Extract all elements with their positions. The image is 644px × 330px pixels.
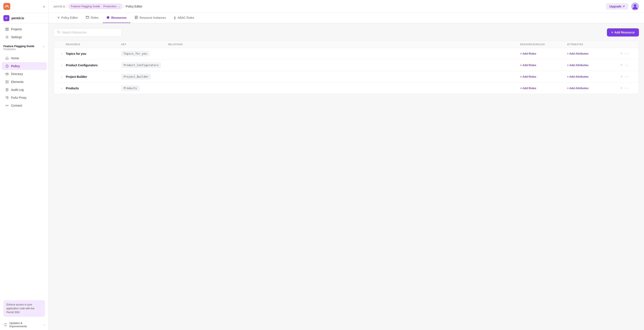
sidebar-item-foaz-proxy[interactable]: FoAz Proxy [2, 94, 47, 102]
header-attributes: ATTRIBUTES [567, 43, 620, 46]
add-roles-button-products[interactable]: + Add Roles [520, 86, 536, 90]
connect-icon [5, 104, 9, 108]
table-row: › Topics for you Topics_for_you + Add Ro… [54, 48, 639, 60]
add-roles-button-topics[interactable]: + Add Roles [520, 52, 536, 55]
svg-point-7 [6, 74, 6, 74]
roles-cell-project-builder: + Add Roles [520, 75, 567, 78]
tab-resources[interactable]: Resources [103, 13, 130, 23]
key-cell-products: Products [121, 86, 168, 91]
feature-guide-env: Production [4, 48, 34, 51]
breadcrumb: permit.io / Feature Flagging Guide : Pro… [54, 4, 142, 9]
policy-editor-icon: ≡ [58, 16, 60, 20]
tab-resource-instances[interactable]: Resource Instances [131, 13, 170, 23]
sdk-promo-banner: Enforce access in your application code … [4, 300, 45, 317]
gear-icon [5, 35, 9, 39]
breadcrumb-colon: : [101, 5, 102, 8]
sidebar-item-home[interactable]: Home [2, 54, 47, 62]
sidebar-item-directory-label: Directory [11, 72, 23, 76]
sidebar-item-policy[interactable]: Policy [2, 62, 47, 70]
sidebar: « P permit.io Projects Settings Feature … [0, 0, 48, 330]
tab-policy-editor-label: Policy Editor [61, 16, 78, 20]
home-icon [5, 56, 9, 60]
sidebar-item-settings-label: Settings [11, 36, 22, 39]
row-plus-button-products[interactable]: + [620, 86, 623, 90]
sidebar-item-audit-log[interactable]: Audit Log [2, 86, 47, 94]
svg-point-10 [6, 82, 7, 83]
upgrade-button[interactable]: Upgrade ↗ [606, 3, 628, 10]
tab-policy-editor[interactable]: ≡ Policy Editor [54, 13, 82, 23]
plus-icon: + [611, 30, 613, 34]
key-cell-project-builder: Project_Builder [121, 74, 168, 79]
resource-name-topics: Topics for you [66, 52, 121, 56]
search-box[interactable] [54, 28, 122, 36]
row-more-button-project-builder[interactable]: ··· [625, 74, 629, 79]
breadcrumb-project-env[interactable]: Feature Flagging Guide : Production ⌄ [68, 4, 122, 9]
table-row: › Product Configurators Product_Configur… [54, 60, 639, 71]
header-resource-roles: RESOURCE#ROLES [520, 43, 567, 46]
avatar[interactable] [631, 2, 639, 10]
updates-icon [4, 323, 7, 326]
svg-point-14 [8, 105, 8, 106]
row-actions-topics: + ··· [620, 52, 635, 56]
svg-point-9 [8, 80, 8, 82]
svg-rect-4 [7, 30, 8, 31]
row-plus-button-project-builder[interactable]: + [620, 74, 623, 79]
row-more-button-topics[interactable]: ··· [625, 52, 629, 56]
resources-table: RESOURCE KEY RELATIONS RESOURCE#ROLES AT… [54, 41, 639, 94]
grid-icon [5, 27, 9, 31]
breadcrumb-current-page: Policy Editor [126, 5, 142, 8]
add-attributes-button-configurators[interactable]: + Add Attributes [567, 64, 588, 67]
feature-guide-header: Feature Flagging Guide Production ⌃ [0, 43, 48, 52]
add-roles-button-project-builder[interactable]: + Add Roles [520, 75, 536, 78]
expand-button-topics[interactable]: › [57, 52, 66, 56]
workspace-item[interactable]: P permit.io [0, 13, 48, 24]
breadcrumb-sep-2: / [124, 5, 124, 8]
add-attributes-button-topics[interactable]: + Add Attributes [567, 52, 588, 55]
tab-abac-rules[interactable]: Σ ABAC Rules [170, 13, 198, 23]
sidebar-item-directory[interactable]: Directory [2, 70, 47, 78]
tab-abac-rules-label: ABAC Rules [178, 16, 194, 20]
expand-button-products[interactable]: › [57, 86, 66, 90]
sidebar-item-connect[interactable]: Connect [2, 102, 47, 109]
toolbar: + Add Resource [54, 28, 639, 36]
add-resource-button[interactable]: + Add Resource [607, 28, 639, 36]
roles-cell-products: + Add Roles [520, 86, 567, 90]
updates-left: Updates & Improvements [4, 322, 27, 328]
row-plus-button-configurators[interactable]: + [620, 63, 623, 67]
add-roles-button-configurators[interactable]: + Add Roles [520, 64, 536, 67]
expand-button-configurators[interactable]: › [57, 64, 66, 67]
updates-label: Updates & Improvements [10, 322, 27, 328]
row-more-button-products[interactable]: ··· [625, 86, 629, 90]
roles-icon [86, 16, 89, 20]
sidebar-item-elements-label: Elements [11, 80, 24, 84]
add-attributes-button-products[interactable]: + Add Attributes [567, 86, 588, 90]
sidebar-item-connect-label: Connect [11, 104, 22, 107]
sidebar-item-settings[interactable]: Settings [2, 33, 47, 41]
sidebar-item-elements[interactable]: Elements [2, 78, 47, 86]
add-attributes-button-project-builder[interactable]: + Add Attributes [567, 75, 588, 78]
audit-icon [5, 88, 9, 92]
breadcrumb-org[interactable]: permit.io [54, 5, 65, 8]
tab-roles[interactable]: Roles [82, 13, 102, 23]
attributes-cell-project-builder: + Add Attributes [567, 75, 620, 78]
content-area: + Add Resource RESOURCE KEY RELATIONS RE… [48, 23, 644, 330]
expand-button-project-builder[interactable]: › [57, 75, 66, 78]
sidebar-collapse-button[interactable]: « [43, 4, 45, 9]
key-cell-configurators: Product_Configurators [121, 62, 168, 68]
chevron-down-icon: ⌄ [118, 5, 120, 8]
feature-guide-info: Feature Flagging Guide Production [4, 44, 34, 51]
row-more-button-configurators[interactable]: ··· [625, 63, 629, 67]
search-input[interactable] [62, 31, 119, 34]
permit-logo-icon [4, 3, 10, 10]
sidebar-item-updates[interactable]: Updates & Improvements › [0, 319, 48, 330]
sidebar-item-audit-log-label: Audit Log [11, 88, 24, 92]
sidebar-footer: Enforce access in your application code … [0, 298, 48, 319]
row-plus-button-topics[interactable]: + [620, 52, 623, 56]
topbar-right: Upgrade ↗ [606, 2, 639, 10]
chevron-up-down-icon[interactable]: ⌃ [42, 46, 45, 50]
row-actions-project-builder: + ··· [620, 74, 635, 79]
resource-name-configurators: Product Configurators [66, 64, 121, 67]
sidebar-item-projects[interactable]: Projects [2, 25, 47, 33]
key-badge-project-builder: Project_Builder [121, 74, 151, 79]
table-row: › Products Products + Add Roles + Add At… [54, 82, 639, 94]
